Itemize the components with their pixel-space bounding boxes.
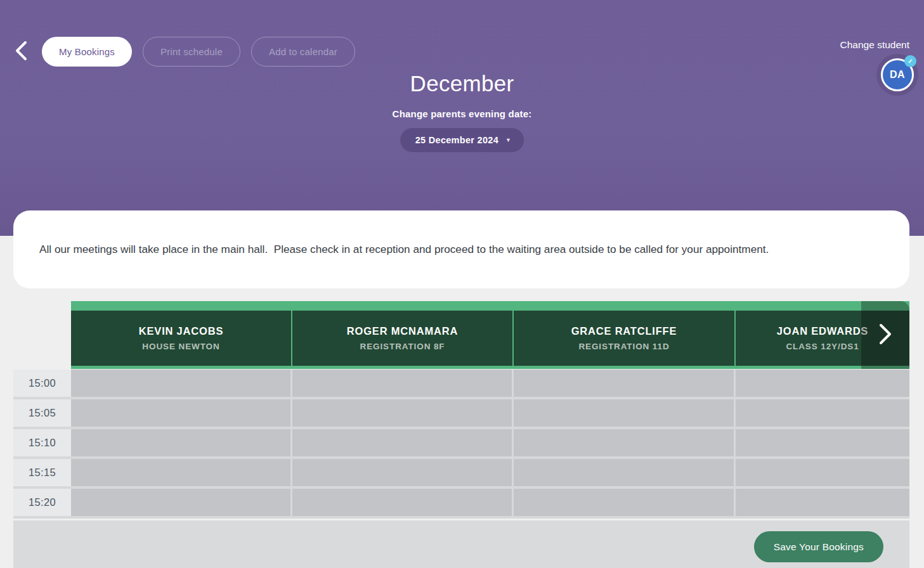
booking-slot[interactable]: [514, 459, 734, 486]
booking-slot[interactable]: [71, 489, 290, 516]
change-student-label: Change student: [840, 39, 909, 51]
time-label: 15:05: [13, 399, 71, 427]
slot-row: [71, 429, 909, 456]
date-dropdown[interactable]: 25 December 2024 ▼: [400, 128, 524, 152]
booking-slot[interactable]: [292, 399, 512, 427]
time-row: 15:00: [13, 370, 909, 397]
teacher-column-header: ROGER MCNAMARAREGISTRATION 8F: [292, 311, 512, 366]
date-prompt-label: Change parents evening date:: [0, 108, 924, 119]
scroll-right-button[interactable]: [861, 301, 909, 369]
time-row: 15:10: [13, 429, 909, 456]
booking-slot[interactable]: [736, 399, 909, 427]
teacher-group: REGISTRATION 11D: [578, 342, 669, 351]
notice-card: All our meetings will take place in the …: [13, 210, 909, 288]
teacher-name: JOAN EDWARDS: [777, 325, 868, 337]
booking-slot[interactable]: [292, 370, 512, 397]
tab-print-schedule[interactable]: Print schedule: [143, 37, 240, 67]
booking-slot[interactable]: [736, 429, 909, 456]
booking-slot[interactable]: [292, 489, 512, 516]
teacher-column-header: KEVIN JACOBSHOUSE NEWTON: [71, 311, 291, 366]
time-row: 15:15: [13, 459, 909, 486]
notice-text: All our meetings will take place in the …: [39, 242, 769, 257]
booking-slot[interactable]: [514, 429, 734, 456]
teacher-group: HOUSE NEWTON: [142, 342, 219, 351]
booking-slot[interactable]: [736, 489, 909, 516]
teacher-header-row: KEVIN JACOBSHOUSE NEWTONROGER MCNAMARARE…: [71, 301, 909, 369]
booking-slot[interactable]: [71, 370, 290, 397]
chevron-left-icon: [14, 41, 28, 63]
teacher-group: CLASS 12Y/DS1: [786, 342, 859, 351]
time-row: 15:20: [13, 489, 909, 516]
booking-slot[interactable]: [514, 399, 734, 427]
back-button[interactable]: [13, 41, 29, 62]
check-icon: ✓: [908, 58, 913, 65]
save-bookings-button[interactable]: Save Your Bookings: [754, 531, 883, 562]
booking-schedule: KEVIN JACOBSHOUSE NEWTONROGER MCNAMARARE…: [13, 301, 909, 519]
teacher-column-header: GRACE RATCLIFFEREGISTRATION 11D: [514, 311, 734, 366]
avatar-check-badge: ✓: [904, 55, 916, 67]
booking-slot[interactable]: [736, 370, 909, 397]
selected-date: 25 December 2024: [415, 135, 498, 145]
booking-slot[interactable]: [71, 399, 290, 427]
teacher-name: KEVIN JACOBS: [139, 325, 223, 337]
booking-slot[interactable]: [71, 459, 290, 486]
booking-slot[interactable]: [292, 459, 512, 486]
booking-slot[interactable]: [71, 429, 290, 456]
slot-row: [71, 399, 909, 427]
slot-row: [71, 489, 909, 516]
action-tabs: My Bookings Print schedule Add to calend…: [42, 37, 355, 67]
tab-my-bookings[interactable]: My Bookings: [42, 37, 132, 67]
chevron-down-icon: ▼: [505, 137, 511, 143]
teacher-group: REGISTRATION 8F: [360, 342, 445, 351]
teacher-name: ROGER MCNAMARA: [347, 325, 458, 337]
booking-slot[interactable]: [514, 370, 734, 397]
time-label: 15:10: [13, 429, 71, 456]
teacher-name: GRACE RATCLIFFE: [571, 325, 677, 337]
time-label: 15:20: [13, 489, 71, 516]
time-row: 15:05: [13, 399, 909, 427]
tab-add-to-calendar[interactable]: Add to calendar: [251, 37, 355, 67]
time-label: 15:00: [13, 370, 71, 397]
chevron-right-icon: [878, 323, 892, 347]
booking-slot[interactable]: [736, 459, 909, 486]
time-label: 15:15: [13, 459, 71, 486]
booking-slot[interactable]: [292, 429, 512, 456]
parents-evening-booking-page: My Bookings Print schedule Add to calend…: [0, 0, 924, 568]
page-title: December: [0, 71, 924, 96]
slot-row: [71, 459, 909, 486]
schedule-footer: Save Your Bookings: [13, 520, 909, 568]
timeslot-grid: 15:0015:0515:1015:1515:20: [13, 370, 909, 519]
slot-row: [71, 370, 909, 397]
hero-banner: My Bookings Print schedule Add to calend…: [0, 0, 924, 236]
booking-slot[interactable]: [514, 489, 734, 516]
